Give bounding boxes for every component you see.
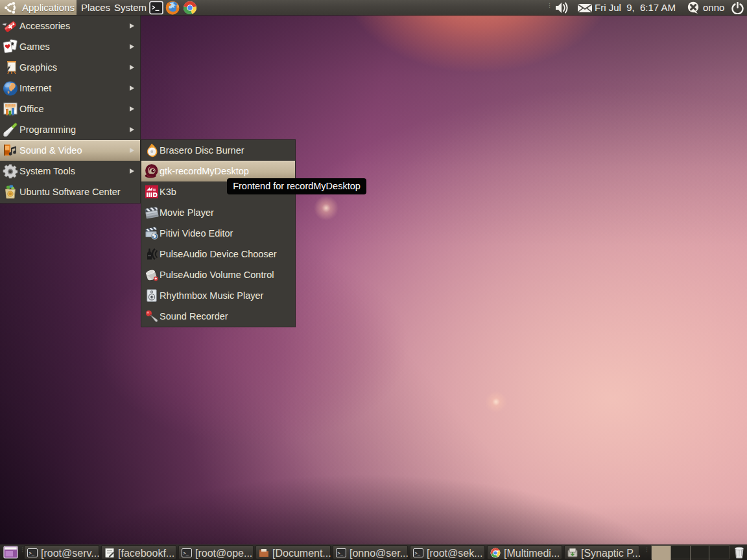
svg-text:>_: >_ — [415, 551, 421, 556]
svg-text:>_: >_ — [338, 551, 344, 556]
svg-text:>_: >_ — [29, 551, 35, 556]
svg-text:>_: >_ — [184, 551, 189, 556]
